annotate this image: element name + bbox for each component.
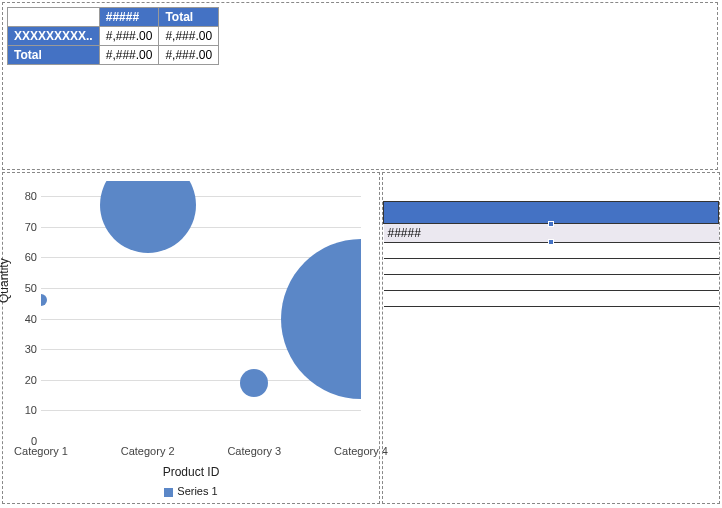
y-tick: 60 bbox=[7, 251, 37, 263]
bubble[interactable] bbox=[240, 369, 268, 397]
cell-total-c2: #,###.00 bbox=[159, 46, 219, 65]
plot-area bbox=[41, 181, 361, 441]
y-tick: 80 bbox=[7, 190, 37, 202]
top-region: ##### Total XXXXXXXXX.. #,###.00 #,###.0… bbox=[2, 2, 718, 170]
right-table-empty-row bbox=[384, 291, 719, 307]
x-tick: Category 3 bbox=[214, 445, 294, 457]
y-tick: 20 bbox=[7, 374, 37, 386]
resize-handle-bottom-icon[interactable] bbox=[548, 239, 554, 245]
bubble[interactable] bbox=[100, 181, 196, 253]
y-tick: 40 bbox=[7, 313, 37, 325]
right-table[interactable]: ##### bbox=[383, 201, 719, 307]
right-table-value-cell[interactable]: ##### bbox=[384, 224, 719, 243]
legend-label: Series 1 bbox=[177, 485, 217, 497]
cell-r1c1: #,###.00 bbox=[99, 27, 159, 46]
x-tick: Category 1 bbox=[1, 445, 81, 457]
bubble-chart[interactable]: Quantity Product ID Series 1 01020304050… bbox=[3, 173, 379, 503]
right-region: ##### bbox=[382, 172, 720, 504]
bubble[interactable] bbox=[281, 239, 361, 399]
y-tick: 70 bbox=[7, 221, 37, 233]
x-axis-label: Product ID bbox=[3, 465, 379, 479]
legend: Series 1 bbox=[3, 485, 379, 497]
y-tick: 10 bbox=[7, 404, 37, 416]
x-tick: Category 2 bbox=[108, 445, 188, 457]
row-header-1: XXXXXXXXX.. bbox=[8, 27, 100, 46]
gridline bbox=[41, 410, 361, 411]
chart-region: Quantity Product ID Series 1 01020304050… bbox=[2, 172, 380, 504]
col-header-1: ##### bbox=[99, 8, 159, 27]
table-corner bbox=[8, 8, 100, 27]
bubble[interactable] bbox=[41, 294, 47, 306]
row-header-total: Total bbox=[8, 46, 100, 65]
right-table-value: ##### bbox=[388, 226, 421, 240]
cell-r1c2: #,###.00 bbox=[159, 27, 219, 46]
col-header-total: Total bbox=[159, 8, 219, 27]
y-tick: 50 bbox=[7, 282, 37, 294]
gridline bbox=[41, 227, 361, 228]
legend-dot-icon bbox=[164, 488, 173, 497]
gridline bbox=[41, 196, 361, 197]
y-axis-label: Quantity bbox=[0, 258, 11, 303]
y-tick: 30 bbox=[7, 343, 37, 355]
resize-handle-top-icon[interactable] bbox=[548, 221, 554, 227]
right-table-empty-row bbox=[384, 259, 719, 275]
right-table-empty-row bbox=[384, 275, 719, 291]
summary-table: ##### Total XXXXXXXXX.. #,###.00 #,###.0… bbox=[7, 7, 219, 65]
cell-total-c1: #,###.00 bbox=[99, 46, 159, 65]
